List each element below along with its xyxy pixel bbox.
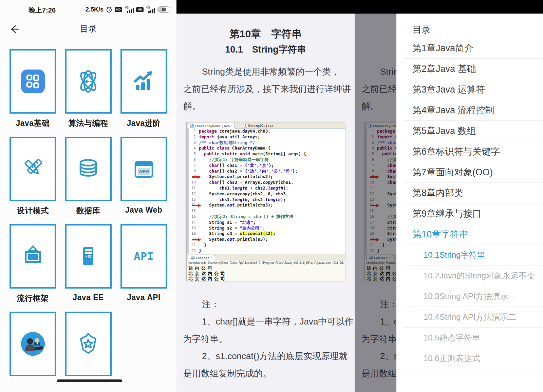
svg-text:API: API — [134, 250, 154, 262]
net-speed: 2.5K/s — [86, 6, 104, 13]
toc-item[interactable]: 第9章 继承与接口 — [404, 203, 543, 224]
code-line: 22} — [189, 248, 345, 254]
toc-item-number: 10.5 — [404, 333, 439, 342]
code-line: 13 chs1.length, chs2.length); — [189, 197, 345, 203]
category-card[interactable]: 设计模式 — [10, 137, 56, 224]
toc-item-title: Java 流程控制 — [436, 104, 494, 116]
toc-item[interactable]: 第7章 面向对象(OO) — [404, 162, 543, 183]
note-line: 2、s1.concat()方法的底层实现原理就 — [183, 348, 353, 365]
category-card[interactable]: 算法与编程 — [65, 49, 112, 137]
toc-item-title: 静态字符串 — [439, 332, 480, 343]
console-line: 北京达内公司 — [188, 271, 227, 276]
code-line: 17 String s1 = "北京"; — [189, 220, 345, 226]
red-arrow-icon — [192, 204, 202, 207]
toc-item-number: 第6章 — [404, 145, 436, 158]
toc-item[interactable]: 第8章 内部类 — [404, 183, 543, 203]
toc-item[interactable]: 第2章 Java 基础 — [404, 59, 543, 79]
chapter-title: 第10章 字符串 — [176, 27, 355, 41]
code-line: 19 String s3 = s1.concat(s2); — [189, 231, 345, 237]
toc-item-title: 面向对象(OO) — [436, 166, 493, 178]
toc-item-number: 10.4 — [404, 312, 439, 322]
category-card[interactable]: Java基础 — [10, 49, 56, 137]
category-card[interactable]: WEB Java Web — [120, 137, 167, 224]
code-line: 3/** char数组与String */ — [189, 140, 345, 146]
toc-item-title: Java简介 — [436, 42, 473, 54]
toc-item[interactable]: 10.5 静态字符串 — [404, 328, 543, 348]
close-icon: ✕ — [231, 124, 232, 128]
editor-tab: J CharArrayDemo.java ✕ — [188, 123, 235, 129]
category-label: Java Web — [120, 205, 167, 215]
category-label: 数据库 — [65, 205, 112, 216]
toc-item[interactable]: 第6章 标识符与关键字 — [404, 141, 543, 162]
toc-item[interactable]: 10.4 String API方法演示二 — [404, 307, 543, 328]
console-line: 达内公司 — [188, 266, 227, 271]
server-icon — [75, 243, 101, 269]
status-icons: 2.5K/s HD 4G HD 4G — [86, 5, 170, 14]
code-line: 15 — [189, 208, 345, 214]
reader-page: 第10章 字符串 10.1 String字符串 String类是使用非常频繁的一… — [176, 14, 355, 392]
java-file-icon: J — [190, 124, 194, 128]
catalog-panel: 晚上7:26 2.5K/s HD 4G HD 4G — [0, 0, 176, 392]
atom-icon — [75, 68, 101, 94]
toc-item[interactable]: 第4章 Java 流程控制 — [404, 100, 543, 121]
code-editor: 1package corejava.day04.ch03;2import jav… — [187, 129, 345, 254]
grid-icon — [20, 68, 46, 94]
console-panel: Console ✕ <terminated> CharArrayDemo [Ja… — [187, 254, 345, 281]
battery-icon: 50 — [157, 6, 170, 13]
signal-4g-icon: 4G — [125, 6, 134, 13]
toc-item-title: Java的String对象永远不变 — [439, 270, 535, 281]
toc-item-number: 10.2 — [404, 271, 439, 280]
code-line: 16 //演示2: String = char[] + 操作方法 — [189, 214, 345, 220]
code-line: 11 chs1.length + chs2.length); — [189, 185, 345, 191]
toc-item-number: 第3章 — [404, 83, 436, 96]
category-card[interactable]: API Java API — [120, 224, 167, 312]
java-file-icon: J — [244, 124, 247, 128]
category-card[interactable]: Java进阶 — [120, 49, 167, 137]
paragraph-line: String类是使用非常频繁的一个类， — [183, 63, 353, 80]
category-grid: Java基础 算法与编程 Java进阶 设计模式 数据库 WEB Java We… — [10, 49, 167, 392]
toc-item-title: Java 运算符 — [436, 83, 485, 96]
toc-item[interactable]: 第5章 Java 数组 — [404, 121, 543, 141]
code-line: 10 char[] chs3 = Arrays.copyOf(chs1, — [189, 180, 345, 185]
toc-item[interactable]: 第3章 Java 运算符 — [404, 79, 543, 100]
category-card[interactable]: 流行框架 — [10, 224, 56, 312]
database-icon — [75, 156, 101, 182]
badge-icon — [75, 331, 101, 357]
code-line: 8 char[] chs2 = {'达','内','公','司'}; — [189, 169, 345, 174]
close-icon: ✕ — [211, 256, 212, 259]
toc-item[interactable]: 10.1 String字符串 — [404, 245, 543, 266]
code-line: 14 System.out.println(chs3); — [189, 202, 345, 208]
toc-item-title: 继承与接口 — [436, 208, 482, 220]
toc-item-number: 10.3 — [404, 292, 439, 301]
toc-item[interactable]: 第10章 字符串 — [404, 224, 543, 245]
category-label: Java基础 — [10, 118, 56, 129]
toc-item-number: 第5章 — [404, 125, 436, 137]
toc-item[interactable]: 第1章 Java简介 — [404, 38, 543, 59]
red-arrow-icon — [192, 175, 202, 178]
category-label: Java API — [120, 293, 167, 302]
toc-item[interactable]: 10.2 Java的String对象永远不变 — [404, 266, 543, 286]
console-line: 北京达内公司 — [188, 276, 227, 281]
frame-icon — [20, 243, 46, 269]
home-indicator[interactable] — [57, 379, 122, 382]
toc-item[interactable]: 10.6 正则表达式 — [404, 348, 543, 369]
drawer-scrim[interactable] — [355, 14, 396, 392]
toc-item-number: 第8章 — [404, 187, 436, 199]
console-output: 达内公司北京达内公司北京达内公司 — [188, 266, 227, 281]
toc-item[interactable]: 10.3 String API方法演示一 — [404, 286, 543, 307]
toc-item-number: 第9章 — [404, 208, 436, 220]
category-label: 算法与编程 — [65, 118, 112, 129]
category-label: Java进阶 — [120, 118, 167, 129]
code-line: 6 //演示1: 字符串就是一串字符 — [189, 157, 345, 163]
toc-item-title: String API方法演示一 — [439, 291, 517, 302]
toc-item-title: String API方法演示二 — [439, 312, 517, 322]
console-status: <terminated> CharArrayDemo [Java Applica… — [188, 261, 345, 264]
note-line: 是用数组复制完成的。 — [183, 365, 353, 382]
code-lines: 1package corejava.day04.ch03;2import jav… — [189, 129, 345, 254]
code-line: 21 } — [189, 242, 345, 248]
category-card[interactable]: Java EE — [65, 224, 112, 312]
category-card[interactable] — [10, 312, 56, 392]
toc-item-number: 第1章 — [404, 42, 436, 54]
console-tab: Console ✕ — [188, 255, 215, 260]
category-card[interactable]: 数据库 — [65, 137, 112, 224]
